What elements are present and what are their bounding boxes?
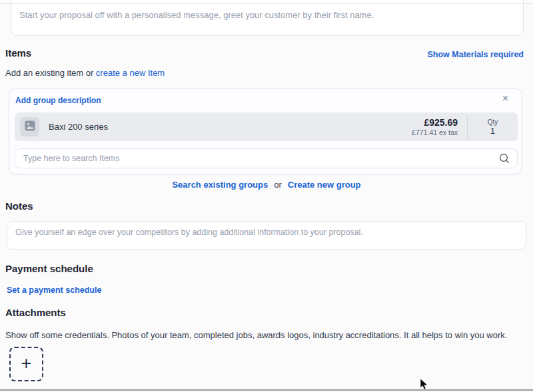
item-search-wrap <box>15 148 518 168</box>
create-new-item-link[interactable]: create a new Item <box>96 68 165 78</box>
qty-label: Qty <box>468 118 518 126</box>
notes-textarea[interactable] <box>7 221 526 250</box>
items-section-title: Items <box>5 47 31 59</box>
close-icon[interactable]: × <box>502 93 508 104</box>
attachments-section-title: Attachments <box>5 307 66 318</box>
payment-schedule-title: Payment schedule <box>5 263 93 274</box>
attachments-description: Show off some credentials. Photos of you… <box>5 330 507 340</box>
add-item-text: Add an existing item or <box>5 68 96 78</box>
search-existing-groups-link[interactable]: Search existing groups <box>172 180 268 190</box>
show-materials-link[interactable]: Show Materials required <box>428 50 524 59</box>
qty-value: 1 <box>468 126 518 136</box>
bottom-border <box>0 389 533 391</box>
add-item-line: Add an existing item or create a new Ite… <box>5 68 165 78</box>
top-divider <box>0 3 533 4</box>
item-name: Baxi 200 series <box>49 122 108 132</box>
item-qty-cell[interactable]: Qty 1 <box>468 118 518 136</box>
proposal-editor: Items Show Materials required Add an exi… <box>0 0 533 392</box>
item-price: £925.69 <box>412 117 458 128</box>
image-placeholder-icon <box>25 120 35 134</box>
create-new-group-link[interactable]: Create new group <box>288 180 361 190</box>
item-search-input[interactable] <box>15 148 518 168</box>
item-thumbnail <box>20 117 39 136</box>
plus-icon: + <box>21 355 32 373</box>
add-attachment-button[interactable]: + <box>9 347 43 381</box>
or-text: or <box>274 180 282 190</box>
add-group-description-link[interactable]: Add group description <box>15 96 101 105</box>
item-row[interactable]: Baxi 200 series £925.69 £771.41 ex tax Q… <box>15 112 518 141</box>
item-price-block: £925.69 £771.41 ex tax <box>412 117 467 136</box>
item-group-card: Add group description × Baxi 200 series … <box>9 89 522 174</box>
set-payment-schedule-link[interactable]: Set a payment schedule <box>7 286 101 295</box>
notes-section-title: Notes <box>5 200 33 212</box>
group-actions-row: Search existing groupsorCreate new group <box>0 180 533 190</box>
proposal-message-textarea[interactable] <box>11 0 524 36</box>
item-price-ex-tax: £771.41 ex tax <box>412 128 458 136</box>
